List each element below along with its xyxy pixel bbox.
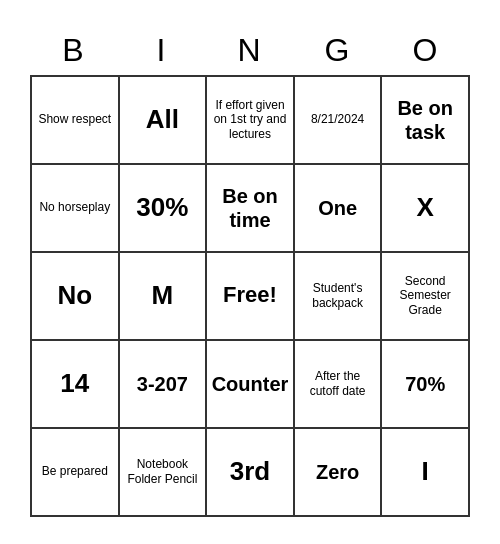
bingo-grid: Show respectAllIf effort given on 1st tr…: [30, 75, 470, 517]
bingo-cell: 30%: [120, 165, 208, 253]
bingo-cell: No horseplay: [32, 165, 120, 253]
bingo-cell: No: [32, 253, 120, 341]
header-letter: O: [382, 28, 470, 73]
bingo-cell: Second Semester Grade: [382, 253, 470, 341]
header-letter: B: [30, 28, 118, 73]
bingo-cell: Counter: [207, 341, 295, 429]
bingo-cell: Student's backpack: [295, 253, 383, 341]
bingo-cell: Zero: [295, 429, 383, 517]
bingo-cell: 8/21/2024: [295, 77, 383, 165]
bingo-cell: Notebook Folder Pencil: [120, 429, 208, 517]
bingo-cell: X: [382, 165, 470, 253]
bingo-cell: All: [120, 77, 208, 165]
bingo-cell: If effort given on 1st try and lectures: [207, 77, 295, 165]
bingo-cell: 3rd: [207, 429, 295, 517]
bingo-header: BINGO: [30, 28, 470, 73]
bingo-cell: M: [120, 253, 208, 341]
bingo-cell: I: [382, 429, 470, 517]
bingo-cell: 14: [32, 341, 120, 429]
bingo-cell: Show respect: [32, 77, 120, 165]
bingo-cell: Be on task: [382, 77, 470, 165]
bingo-cell: Be on time: [207, 165, 295, 253]
header-letter: I: [118, 28, 206, 73]
bingo-cell: 3-207: [120, 341, 208, 429]
bingo-cell: Free!: [207, 253, 295, 341]
bingo-cell: 70%: [382, 341, 470, 429]
header-letter: G: [294, 28, 382, 73]
bingo-cell: One: [295, 165, 383, 253]
bingo-cell: After the cutoff date: [295, 341, 383, 429]
bingo-cell: Be prepared: [32, 429, 120, 517]
bingo-card: BINGO Show respectAllIf effort given on …: [20, 18, 480, 527]
header-letter: N: [206, 28, 294, 73]
